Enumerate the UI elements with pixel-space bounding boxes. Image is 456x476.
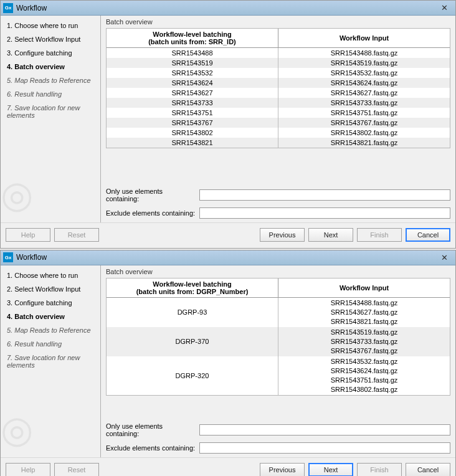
wizard-step: 5. Map Reads to Reference [4,77,97,84]
window-title: Workflow [16,253,435,262]
help-button[interactable]: Help [6,463,50,477]
filter-only-label: Only use elements containing: [106,188,199,202]
batch-unit-cell: SRR1543767 [107,118,278,128]
filter-exclude-row: Exclude elements containing: [106,442,450,454]
batch-table: Workflow-level batching (batch units fro… [106,28,450,148]
workflow-window-2: Gx Workflow ✕ 1. Choose where to run2. S… [0,250,456,477]
main-panel: Batch overview Workflow-level batching (… [100,16,455,222]
table-row[interactable]: SRR1543733SRR1543733.fastq.gz [107,98,450,108]
batch-unit-cell: DGRP-320 [107,356,278,395]
panel-title: Batch overview [106,267,450,278]
next-button[interactable]: Next [308,463,353,477]
reset-button[interactable]: Reset [54,228,99,242]
wizard-step: 3. Configure batching [4,49,97,57]
workflow-input-cell: SRR1543488.fastq.gz [278,48,450,58]
sidebar-decoration: ◎ [1,407,100,457]
reset-button[interactable]: Reset [54,463,99,477]
wizard-step: 6. Result handling [4,340,97,348]
col-header-input: Workflow Input [278,278,450,298]
close-icon[interactable]: ✕ [435,252,453,263]
next-button[interactable]: Next [308,228,353,242]
batch-unit-cell: SRR1543751 [107,108,278,118]
workflow-input-cell: SRR1543821.fastq.gz [278,138,450,148]
workflow-window-1: Gx Workflow ✕ 1. Choose where to run2. S… [0,0,456,249]
batch-table: Workflow-level batching (batch units fro… [106,278,450,396]
filter-exclude-label: Exclude elements containing: [106,209,199,217]
table-row[interactable]: SRR1543751SRR1543751.fastq.gz [107,108,450,118]
filter-exclude-row: Exclude elements containing: [106,207,450,219]
workflow-input-cell: SRR1543519.fastq.gz [278,58,450,68]
workflow-input-cell: SRR1543519.fastq.gzSRR1543733.fastq.gzSR… [278,327,450,356]
batch-unit-cell: SRR1543821 [107,138,278,148]
panel-title: Batch overview [106,17,450,28]
filter-only-input[interactable] [199,189,450,201]
batch-unit-cell: SRR1543488 [107,48,278,58]
button-bar: Help Reset Previous Next Finish Cancel [1,457,455,477]
close-icon[interactable]: ✕ [435,2,453,14]
wizard-step: 1. Choose where to run [4,272,97,279]
table-row[interactable]: SRR1543821SRR1543821.fastq.gz [107,138,450,148]
main-panel: Batch overview Workflow-level batching (… [100,265,455,457]
cancel-button[interactable]: Cancel [406,228,450,242]
workflow-input-cell: SRR1543802.fastq.gz [278,128,450,138]
wizard-step: 4. Batch overview [4,63,97,70]
batch-unit-cell: SRR1543733 [107,98,278,108]
wizard-step: 5. Map Reads to Reference [4,326,97,334]
workflow-input-cell: SRR1543532.fastq.gzSRR1543624.fastq.gzSR… [278,356,450,395]
batch-unit-cell: DGRP-93 [107,297,278,327]
batch-unit-cell: SRR1543627 [107,88,278,98]
wizard-step: 3. Configure batching [4,299,97,307]
col-header-input: Workflow Input [278,29,450,48]
filter-exclude-input[interactable] [199,207,450,219]
batch-unit-cell: SRR1543519 [107,58,278,68]
table-row[interactable]: DGRP-93SRR1543488.fastq.gzSRR1543627.fas… [107,297,450,327]
filter-only-row: Only use elements containing: [106,422,450,437]
col-header-batch: Workflow-level batching (batch units fro… [107,278,278,298]
batch-unit-cell: SRR1543802 [107,128,278,138]
filter-only-input[interactable] [199,424,450,436]
window-title: Workflow [16,4,435,12]
table-row[interactable]: SRR1543802SRR1543802.fastq.gz [107,128,450,138]
filter-exclude-input[interactable] [199,442,450,454]
batch-unit-cell: SRR1543532 [107,68,278,78]
wizard-step: 7. Save location for new elements [4,104,97,119]
titlebar: Gx Workflow ✕ [1,250,455,265]
previous-button[interactable]: Previous [260,228,305,242]
finish-button[interactable]: Finish [357,463,402,477]
table-row[interactable]: SRR1543519SRR1543519.fastq.gz [107,58,450,68]
table-row[interactable]: SRR1543767SRR1543767.fastq.gz [107,118,450,128]
filter-exclude-label: Exclude elements containing: [106,444,199,452]
workflow-input-cell: SRR1543751.fastq.gz [278,108,450,118]
wizard-sidebar: 1. Choose where to run2. Select Workflow… [1,16,100,222]
help-button[interactable]: Help [6,228,50,242]
table-row[interactable]: DGRP-320SRR1543532.fastq.gzSRR1543624.fa… [107,356,450,395]
workflow-input-cell: SRR1543624.fastq.gz [278,78,450,88]
col-header-batch: Workflow-level batching (batch units fro… [107,29,278,48]
wizard-step: 2. Select Workflow Input [4,36,97,43]
wizard-step: 4. Batch overview [4,313,97,320]
table-row[interactable]: SRR1543488SRR1543488.fastq.gz [107,48,450,58]
app-icon: Gx [3,252,13,262]
table-row[interactable]: SRR1543532SRR1543532.fastq.gz [107,68,450,78]
filter-only-label: Only use elements containing: [106,422,199,437]
table-row[interactable]: SRR1543624SRR1543624.fastq.gz [107,78,450,88]
workflow-input-cell: SRR1543733.fastq.gz [278,98,450,108]
wizard-sidebar: 1. Choose where to run2. Select Workflow… [1,265,100,457]
table-row[interactable]: SRR1543627SRR1543627.fastq.gz [107,88,450,98]
table-row[interactable]: DGRP-370SRR1543519.fastq.gzSRR1543733.fa… [107,327,450,356]
workflow-input-cell: SRR1543532.fastq.gz [278,68,450,78]
wizard-step: 2. Select Workflow Input [4,285,97,293]
workflow-input-cell: SRR1543488.fastq.gzSRR1543627.fastq.gzSR… [278,297,450,327]
cancel-button[interactable]: Cancel [406,463,450,477]
workflow-input-cell: SRR1543767.fastq.gz [278,118,450,128]
finish-button[interactable]: Finish [357,228,402,242]
app-icon: Gx [3,3,13,13]
filter-only-row: Only use elements containing: [106,188,450,202]
batch-unit-cell: SRR1543624 [107,78,278,88]
batch-unit-cell: DGRP-370 [107,327,278,356]
workflow-input-cell: SRR1543627.fastq.gz [278,88,450,98]
wizard-step: 7. Save location for new elements [4,354,97,369]
titlebar: Gx Workflow ✕ [1,1,455,16]
previous-button[interactable]: Previous [260,463,305,477]
wizard-step: 1. Choose where to run [4,22,97,29]
